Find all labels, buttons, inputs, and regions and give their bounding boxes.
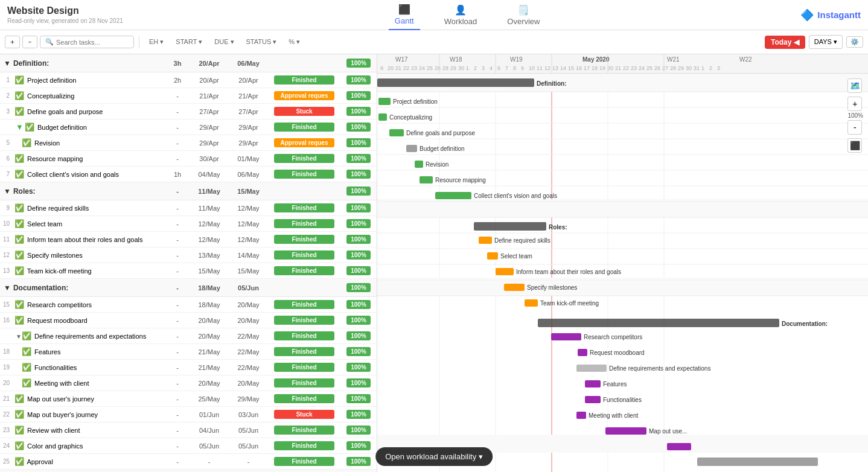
svg-text:30: 30 — [686, 65, 692, 71]
svg-text:2: 2 — [474, 65, 477, 71]
group-roles[interactable]: ▼ Roles: - 11/May 15/May 100% — [0, 182, 377, 200]
app-subtitle: Read-only view, generated on 28 Nov 2021 — [7, 18, 134, 24]
collapse-roles-icon[interactable]: ▼ — [4, 187, 11, 196]
svg-text:27: 27 — [662, 65, 668, 71]
svg-text:W17: W17 — [395, 56, 408, 63]
svg-text:2: 2 — [709, 65, 712, 71]
group-definition-due: 06/May — [229, 60, 268, 67]
svg-text:1: 1 — [466, 65, 469, 71]
zoom-in-button[interactable]: + — [847, 97, 862, 111]
task-row-7: 7 ✅ Collect client's vision and goals 1h… — [0, 167, 377, 182]
group-roles-start: 11/May — [190, 188, 229, 195]
svg-text:Specify milestones: Specify milestones — [527, 284, 577, 291]
tab-overview[interactable]: 🗒️ Overview — [501, 1, 546, 30]
svg-rect-99 — [487, 252, 498, 260]
task-row-15: 15 ✅ Research competitors - 18/May 20/Ma… — [0, 297, 377, 313]
svg-text:17: 17 — [584, 65, 590, 71]
svg-text:19: 19 — [599, 65, 605, 71]
svg-text:22: 22 — [403, 65, 409, 71]
tab-gantt-label: Gantt — [395, 16, 414, 25]
collapse-button[interactable]: － — [22, 36, 37, 48]
svg-text:Revision: Revision — [426, 161, 448, 168]
group-content[interactable]: ▼ Content: - 08/Jun 23/Jun 100% — [0, 470, 377, 472]
svg-text:Map out use...: Map out use... — [649, 428, 687, 435]
svg-text:10: 10 — [529, 65, 535, 71]
toolbar: ＋ － 🔍 EH ▾ START ▾ DUE ▾ STATUS ▾ % ▾ To… — [0, 30, 868, 54]
svg-text:8: 8 — [513, 65, 516, 71]
svg-text:18: 18 — [592, 65, 598, 71]
group-definition[interactable]: ▼ Definition: 3h 20/Apr 06/May 100% — [0, 54, 377, 72]
col-eh-header[interactable]: EH ▾ — [144, 38, 168, 46]
svg-text:9: 9 — [521, 65, 524, 71]
svg-rect-83 — [378, 113, 387, 121]
svg-text:Project definition: Project definition — [393, 98, 438, 105]
svg-text:21: 21 — [615, 65, 621, 71]
search-input[interactable] — [56, 39, 129, 46]
today-button[interactable]: Today ◀ — [765, 36, 805, 49]
svg-text:W18: W18 — [450, 56, 462, 63]
col-start-header[interactable]: START ▾ — [171, 38, 207, 46]
svg-rect-113 — [576, 365, 607, 372]
task-row-23: 23 ✅ Review with client - 04/Jun 05/Jun … — [0, 423, 377, 438]
svg-rect-97 — [479, 237, 492, 244]
svg-text:Features: Features — [603, 381, 627, 387]
col-due-header[interactable]: DUE ▾ — [209, 38, 238, 46]
svg-text:Team kick-off meeting: Team kick-off meeting — [540, 300, 599, 307]
group-definition-start: 20/Apr — [190, 60, 229, 67]
collapse-documentation-icon[interactable]: ▼ — [4, 284, 11, 292]
task-row-3: 3 ✅ Define goals and purpose - 27/Apr 27… — [0, 104, 377, 120]
group-documentation-label: Documentation: — [13, 284, 68, 292]
open-workload-button[interactable]: Open workload availability ▾ — [375, 447, 493, 466]
svg-text:25: 25 — [646, 65, 653, 71]
svg-rect-95 — [474, 222, 546, 231]
svg-text:21: 21 — [395, 65, 401, 71]
zoom-controls: 🗺️ + 100% - ⬛ — [847, 78, 863, 153]
zoom-fit-button[interactable]: ⬛ — [847, 138, 862, 153]
svg-text:Conceptualizing: Conceptualizing — [389, 114, 432, 121]
task-row-19: 19 ✅ Functionalities - 21/May 22/May Fin… — [0, 360, 377, 375]
group-documentation[interactable]: ▼ Documentation: - 18/May 05/Jun 100% — [0, 279, 377, 297]
app-title: Website Design — [7, 5, 134, 16]
collapse-definition-icon[interactable]: ▼ — [4, 59, 11, 68]
group-documentation-pct: 100% — [340, 283, 377, 292]
tab-gantt[interactable]: ⬛ Gantt — [389, 0, 420, 30]
tab-workload-label: Workload — [444, 17, 477, 26]
task-row-24: 24 ✅ Color and graphics - 05/Jun 05/Jun … — [0, 438, 377, 454]
svg-text:Research competitors: Research competitors — [584, 334, 642, 340]
toolbar-left: ＋ － 🔍 EH ▾ START ▾ DUE ▾ STATUS ▾ % ▾ — [5, 36, 305, 48]
search-box[interactable]: 🔍 — [40, 36, 134, 48]
svg-text:23: 23 — [411, 65, 417, 71]
group-roles-pct: 100% — [340, 187, 377, 196]
svg-rect-117 — [585, 396, 601, 403]
expand-button[interactable]: ＋ — [5, 36, 20, 48]
svg-rect-111 — [578, 349, 587, 356]
task-row-10: 10 ✅ Select team - 12/May 12/May Finishe… — [0, 216, 377, 232]
svg-text:28: 28 — [670, 65, 676, 71]
col-pct-header[interactable]: % ▾ — [284, 38, 305, 46]
col-status-header[interactable]: STATUS ▾ — [241, 38, 282, 46]
left-panel: ▼ Definition: 3h 20/Apr 06/May 100% 1 ✅ … — [0, 54, 377, 472]
svg-rect-101 — [496, 268, 514, 275]
zoom-out-button[interactable]: - — [847, 120, 862, 135]
svg-text:12: 12 — [544, 65, 550, 71]
svg-text:7: 7 — [505, 65, 508, 71]
workload-icon: 👤 — [455, 4, 467, 16]
tab-workload[interactable]: 👤 Workload — [438, 1, 483, 30]
logo: 🔷 Instagantt — [800, 8, 861, 22]
svg-text:23: 23 — [631, 65, 637, 71]
svg-text:Documentation:: Documentation: — [782, 321, 828, 327]
svg-text:14: 14 — [560, 65, 566, 71]
days-button[interactable]: DAYS ▾ — [809, 35, 843, 49]
zoom-map-button[interactable]: 🗺️ — [847, 78, 862, 93]
svg-rect-124 — [697, 458, 818, 466]
gantt-header-svg: W17 W18 W19 May 2020 W21 W22 9 20 21 22 … — [377, 54, 868, 74]
svg-text:Select team: Select team — [500, 253, 532, 260]
svg-text:3: 3 — [482, 65, 485, 71]
settings-button[interactable]: ⚙️ — [846, 36, 863, 48]
svg-rect-107 — [538, 319, 779, 327]
svg-rect-121 — [605, 427, 646, 435]
zoom-percentage: 100% — [847, 112, 863, 119]
main-content: ▼ Definition: 3h 20/Apr 06/May 100% 1 ✅ … — [0, 54, 868, 472]
task-row-20: 20 ✅ Meeting with client - 20/May 20/May… — [0, 375, 377, 391]
svg-text:26: 26 — [435, 65, 441, 71]
